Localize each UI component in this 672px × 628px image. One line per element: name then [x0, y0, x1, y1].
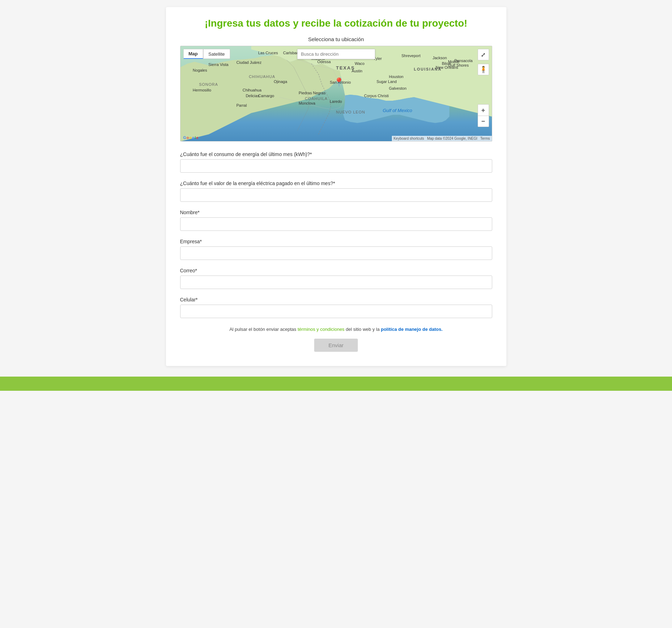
- map-btn[interactable]: Map: [183, 49, 203, 59]
- satellite-btn[interactable]: Satellite: [203, 49, 230, 59]
- footer-bar: [0, 377, 672, 391]
- map-zoom-in-btn[interactable]: +: [478, 104, 489, 116]
- energy-consumption-input[interactable]: [180, 159, 492, 173]
- consent-text: Al pulsar el botón enviar aceptas términ…: [180, 326, 492, 333]
- map-fullscreen-btn[interactable]: ⤢: [478, 49, 489, 60]
- map-container[interactable]: TEXAS LOUISIANA SONORA CHIHUAHUA COAHUIL…: [180, 46, 492, 141]
- celular-label: Celular*: [180, 297, 492, 302]
- energy-consumption-group: ¿Cuánto fue el consumo de energía del úl…: [180, 151, 492, 173]
- map-background: TEXAS LOUISIANA SONORA CHIHUAHUA COAHUIL…: [181, 46, 492, 141]
- map-pegman-btn[interactable]: 🧍: [478, 64, 489, 75]
- correo-input[interactable]: [180, 276, 492, 289]
- empresa-label: Empresa*: [180, 239, 492, 244]
- empresa-input[interactable]: [180, 246, 492, 260]
- energy-value-label: ¿Cuánto fue el valor de la energía eléct…: [180, 180, 492, 186]
- form-card: ¡Ingresa tus datos y recibe la cotizació…: [166, 7, 506, 366]
- page-wrapper: ¡Ingresa tus datos y recibe la cotizació…: [0, 0, 672, 366]
- energy-value-group: ¿Cuánto fue el valor de la energía eléct…: [180, 180, 492, 202]
- energy-consumption-label: ¿Cuánto fue el consumo de energía del úl…: [180, 151, 492, 157]
- map-section-label: Selecciona tu ubicación: [180, 36, 492, 42]
- empresa-group: Empresa*: [180, 239, 492, 260]
- map-search: [297, 49, 375, 59]
- terms-conditions-link[interactable]: términos y condiciones: [298, 327, 344, 332]
- consent-middle: del sitio web y la: [344, 327, 381, 332]
- nombre-group: Nombre*: [180, 210, 492, 231]
- nombre-input[interactable]: [180, 217, 492, 231]
- correo-label: Correo*: [180, 268, 492, 273]
- map-zoom-controls: + −: [478, 104, 489, 127]
- correo-group: Correo*: [180, 268, 492, 289]
- nombre-label: Nombre*: [180, 210, 492, 215]
- celular-input[interactable]: [180, 305, 492, 318]
- map-zoom-out-btn[interactable]: −: [478, 116, 489, 127]
- submit-row: Enviar: [180, 339, 492, 352]
- energy-value-input[interactable]: [180, 188, 492, 202]
- page-title: ¡Ingresa tus datos y recibe la cotizació…: [180, 18, 492, 29]
- map-attribution: Keyboard shortcuts Map data ©2024 Google…: [392, 136, 492, 141]
- google-logo: Google: [183, 135, 199, 140]
- data-policy-link[interactable]: política de manejo de datos.: [381, 327, 443, 332]
- map-type-controls: Map Satellite: [183, 49, 230, 59]
- map-pin: 📍: [334, 77, 344, 87]
- celular-group: Celular*: [180, 297, 492, 318]
- map-search-input[interactable]: [297, 49, 375, 59]
- map-svg: [181, 46, 492, 141]
- consent-prefix: Al pulsar el botón enviar aceptas: [229, 327, 298, 332]
- map-terms-link[interactable]: Terms: [480, 137, 490, 140]
- submit-btn[interactable]: Enviar: [314, 339, 358, 352]
